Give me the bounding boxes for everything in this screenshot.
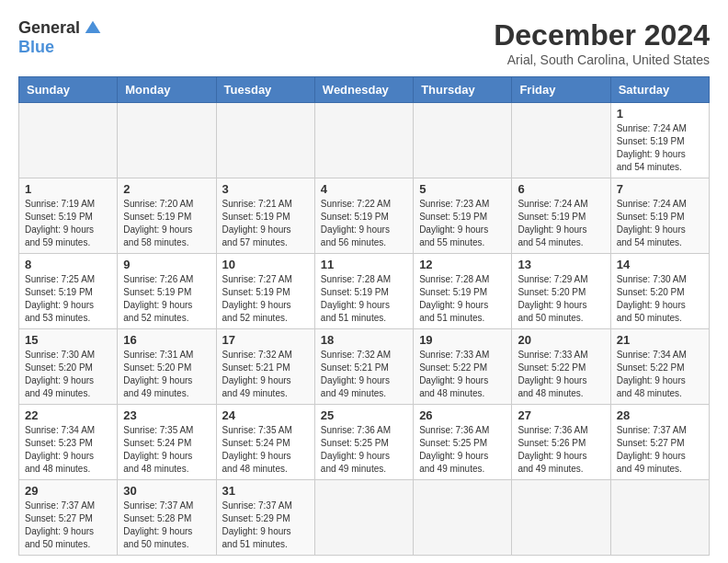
calendar-day-cell: 15Sunrise: 7:30 AMSunset: 5:20 PMDayligh… [19,329,118,405]
day-info: Sunrise: 7:27 AMSunset: 5:19 PMDaylight:… [222,273,309,325]
day-number: 22 [25,408,111,422]
logo: General Blue [18,18,102,57]
day-info: Sunrise: 7:20 AMSunset: 5:19 PMDaylight:… [123,198,210,249]
day-info: Sunrise: 7:35 AMSunset: 5:24 PMDaylight:… [123,424,210,476]
calendar-day-cell: 18Sunrise: 7:32 AMSunset: 5:21 PMDayligh… [314,329,413,405]
calendar-day-cell [512,103,610,178]
day-number: 31 [222,484,309,498]
calendar-day-cell: 25Sunrise: 7:36 AMSunset: 5:25 PMDayligh… [314,405,413,480]
day-info: Sunrise: 7:32 AMSunset: 5:21 PMDaylight:… [321,349,407,400]
calendar-week-row: 29Sunrise: 7:37 AMSunset: 5:27 PMDayligh… [19,480,710,556]
day-info: Sunrise: 7:22 AMSunset: 5:19 PMDaylight:… [321,198,407,249]
day-info: Sunrise: 7:28 AMSunset: 5:19 PMDaylight:… [419,273,506,325]
calendar-day-cell: 2Sunrise: 7:20 AMSunset: 5:19 PMDaylight… [118,178,216,254]
day-info: Sunrise: 7:37 AMSunset: 5:27 PMDaylight:… [25,500,111,551]
location-title: Arial, South Carolina, United States [494,52,710,67]
day-number: 11 [321,258,407,271]
calendar-day-header: Monday [118,77,216,103]
day-info: Sunrise: 7:21 AMSunset: 5:19 PMDaylight:… [222,198,309,249]
calendar-day-cell [314,103,413,178]
day-number: 18 [321,333,407,347]
calendar-day-cell [512,480,610,556]
calendar-day-cell: 4Sunrise: 7:22 AMSunset: 5:19 PMDaylight… [314,178,413,254]
day-info: Sunrise: 7:33 AMSunset: 5:22 PMDaylight:… [518,349,604,400]
day-info: Sunrise: 7:32 AMSunset: 5:21 PMDaylight:… [222,349,309,400]
day-number: 28 [617,408,703,422]
calendar-day-cell: 12Sunrise: 7:28 AMSunset: 5:19 PMDayligh… [414,254,512,329]
day-info: Sunrise: 7:34 AMSunset: 5:22 PMDaylight:… [617,349,703,400]
day-number: 29 [25,484,111,498]
calendar-day-cell: 21Sunrise: 7:34 AMSunset: 5:22 PMDayligh… [610,329,709,405]
calendar-day-header: Saturday [610,77,709,103]
calendar-day-cell: 22Sunrise: 7:34 AMSunset: 5:23 PMDayligh… [19,405,118,480]
calendar-day-cell: 9Sunrise: 7:26 AMSunset: 5:19 PMDaylight… [118,254,216,329]
day-number: 17 [222,333,309,347]
calendar-week-row: 15Sunrise: 7:30 AMSunset: 5:20 PMDayligh… [19,329,710,405]
calendar-day-cell: 23Sunrise: 7:35 AMSunset: 5:24 PMDayligh… [118,405,216,480]
day-number: 24 [222,408,309,422]
calendar-week-row: 1Sunrise: 7:19 AMSunset: 5:19 PMDaylight… [19,178,710,254]
day-number: 10 [222,258,309,271]
day-number: 1 [25,182,111,196]
calendar-day-cell: 20Sunrise: 7:33 AMSunset: 5:22 PMDayligh… [512,329,610,405]
day-info: Sunrise: 7:26 AMSunset: 5:19 PMDaylight:… [123,273,210,325]
calendar-day-cell: 3Sunrise: 7:21 AMSunset: 5:19 PMDaylight… [216,178,314,254]
calendar-day-cell: 31Sunrise: 7:37 AMSunset: 5:29 PMDayligh… [216,480,314,556]
calendar-day-cell: 1Sunrise: 7:19 AMSunset: 5:19 PMDaylight… [19,178,118,254]
day-info: Sunrise: 7:30 AMSunset: 5:20 PMDaylight:… [617,273,703,325]
calendar-day-cell: 7Sunrise: 7:24 AMSunset: 5:19 PMDaylight… [610,178,709,254]
day-info: Sunrise: 7:37 AMSunset: 5:29 PMDaylight:… [222,500,309,551]
day-info: Sunrise: 7:24 AMSunset: 5:19 PMDaylight:… [617,122,703,174]
day-number: 1 [617,107,703,121]
calendar-table: SundayMondayTuesdayWednesdayThursdayFrid… [18,76,710,556]
calendar-day-cell [19,103,118,178]
day-number: 3 [222,182,309,196]
calendar-header-row: SundayMondayTuesdayWednesdayThursdayFrid… [19,77,710,103]
calendar-day-header: Tuesday [216,77,314,103]
calendar-day-cell [216,103,314,178]
calendar-day-cell [314,480,413,556]
page-header: General Blue December 2024 Arial, South … [18,18,710,67]
day-number: 4 [321,182,407,196]
day-number: 5 [419,182,506,196]
day-info: Sunrise: 7:19 AMSunset: 5:19 PMDaylight:… [25,198,111,249]
calendar-day-cell: 19Sunrise: 7:33 AMSunset: 5:22 PMDayligh… [414,329,512,405]
calendar-day-cell: 5Sunrise: 7:23 AMSunset: 5:19 PMDaylight… [414,178,512,254]
day-info: Sunrise: 7:24 AMSunset: 5:19 PMDaylight:… [518,198,604,249]
day-number: 25 [321,408,407,422]
day-info: Sunrise: 7:36 AMSunset: 5:25 PMDaylight:… [321,424,407,476]
calendar-day-cell: 14Sunrise: 7:30 AMSunset: 5:20 PMDayligh… [610,254,709,329]
day-number: 27 [518,408,604,422]
day-number: 19 [419,333,506,347]
calendar-day-cell [414,480,512,556]
calendar-day-cell: 16Sunrise: 7:31 AMSunset: 5:20 PMDayligh… [118,329,216,405]
day-number: 23 [123,408,210,422]
day-number: 2 [123,182,210,196]
calendar-week-row: 8Sunrise: 7:25 AMSunset: 5:19 PMDaylight… [19,254,710,329]
calendar-day-cell: 11Sunrise: 7:28 AMSunset: 5:19 PMDayligh… [314,254,413,329]
calendar-day-cell: 6Sunrise: 7:24 AMSunset: 5:19 PMDaylight… [512,178,610,254]
day-info: Sunrise: 7:24 AMSunset: 5:19 PMDaylight:… [617,198,703,249]
day-info: Sunrise: 7:35 AMSunset: 5:24 PMDaylight:… [222,424,309,476]
day-info: Sunrise: 7:37 AMSunset: 5:27 PMDaylight:… [617,424,703,476]
day-info: Sunrise: 7:36 AMSunset: 5:26 PMDaylight:… [518,424,604,476]
calendar-day-cell [414,103,512,178]
day-number: 15 [25,333,111,347]
calendar-day-cell: 17Sunrise: 7:32 AMSunset: 5:21 PMDayligh… [216,329,314,405]
day-number: 7 [617,182,703,196]
logo-blue-text: Blue [18,38,54,57]
day-info: Sunrise: 7:30 AMSunset: 5:20 PMDaylight:… [25,349,111,400]
day-number: 21 [617,333,703,347]
day-info: Sunrise: 7:31 AMSunset: 5:20 PMDaylight:… [123,349,210,400]
calendar-day-cell: 27Sunrise: 7:36 AMSunset: 5:26 PMDayligh… [512,405,610,480]
day-number: 8 [25,258,111,271]
calendar-day-cell: 29Sunrise: 7:37 AMSunset: 5:27 PMDayligh… [19,480,118,556]
logo-general-text: General [18,18,80,38]
calendar-day-cell: 8Sunrise: 7:25 AMSunset: 5:19 PMDaylight… [19,254,118,329]
day-info: Sunrise: 7:34 AMSunset: 5:23 PMDaylight:… [25,424,111,476]
calendar-day-cell: 1Sunrise: 7:24 AMSunset: 5:19 PMDaylight… [610,103,709,178]
calendar-day-header: Friday [512,77,610,103]
day-number: 26 [419,408,506,422]
calendar-day-cell: 24Sunrise: 7:35 AMSunset: 5:24 PMDayligh… [216,405,314,480]
svg-marker-0 [85,20,101,32]
